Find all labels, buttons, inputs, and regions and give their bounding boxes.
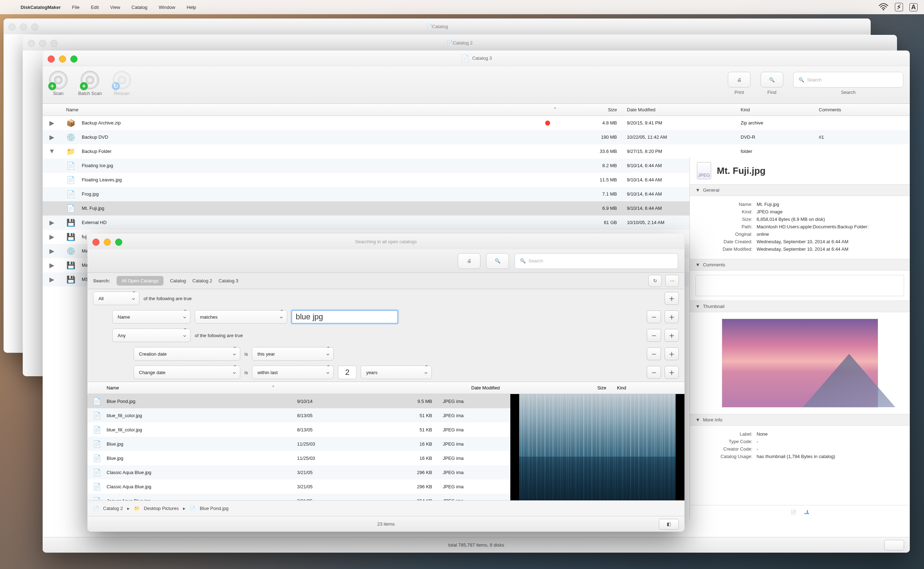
section-moreinfo[interactable]: ▼More Info (690, 414, 910, 426)
scope-catalog-3[interactable]: Catalog 3 (218, 278, 238, 283)
menu-file[interactable]: File (72, 5, 80, 10)
sort-ascending-icon: ˄ (272, 385, 275, 391)
printer-icon: 🖨 (737, 77, 742, 82)
panel-toggle-button[interactable] (884, 540, 904, 551)
battery-icon[interactable]: ⚡︎ (895, 3, 903, 11)
catalog-row[interactable]: ▶💿Backup DVD190 MB10/22/05, 11:42 AMDVD-… (42, 130, 910, 145)
search-path-bar[interactable]: 📄Catalog 2▸ 📁Desktop Pictures▸ 📄Blue Pon… (87, 501, 684, 516)
criteria-value[interactable]: within last (252, 365, 334, 379)
document-icon[interactable]: 📄 (791, 510, 797, 515)
main-status-bar: total 785,787 items, 8 disks (42, 537, 910, 553)
more-options-button[interactable]: ⋯ (665, 275, 679, 287)
search-result-row[interactable]: 📄Jaguar Aqua Blue.jpg3/21/05264 KBJPEG i… (87, 494, 510, 501)
traffic-lights[interactable] (9, 23, 38, 30)
search-status-bar: 23 items ◧ (87, 516, 684, 532)
criteria-value[interactable]: this year (252, 347, 334, 361)
remove-criterion-button[interactable]: － (647, 347, 661, 360)
wifi-icon[interactable] (878, 3, 888, 12)
search-result-row[interactable]: 📄blue_fill_color.jpg8/13/0551 KBJPEG ima (87, 408, 510, 423)
svg-point-0 (883, 9, 884, 10)
main-toolbar: + Scan + Batch Scan ↻ Rescan 🖨Print 🔍Fin… (42, 66, 910, 104)
app-menu[interactable]: DiskCatalogMaker (21, 5, 61, 10)
thumbnail-image (722, 319, 878, 408)
search-result-row[interactable]: 📄Blue.jpg11/25/0316 KBJPEG ima (87, 437, 510, 451)
menu-edit[interactable]: Edit (91, 5, 99, 10)
search-result-row[interactable]: 📄Blue Pond.jpg9/10/149.5 MBJPEG ima (87, 394, 510, 408)
info-file-name: Mt. Fuji.jpg (717, 165, 766, 176)
menu-window[interactable]: Window (159, 5, 175, 10)
search-results-header[interactable]: Name˄ Date Modified Size Kind (87, 382, 684, 394)
criteria-value-input[interactable]: blue jpg (291, 310, 398, 324)
search-result-row[interactable]: 📄Classic Aqua Blue.jpg3/21/05296 KBJPEG … (87, 479, 510, 494)
criteria-field[interactable]: Creation date (134, 347, 240, 361)
scope-catalog[interactable]: Catalog (170, 278, 186, 283)
criteria-field[interactable]: Change date (134, 365, 240, 379)
scope-label: Search: (93, 278, 110, 283)
scope-catalog-2[interactable]: Catalog 2 (192, 278, 212, 283)
section-comments[interactable]: ▼Comments (690, 259, 910, 271)
criteria-operator[interactable]: matches (195, 310, 287, 324)
add-criterion-button[interactable]: ＋ (665, 366, 679, 379)
search-scope-bar: Search: All Open Catalogs Catalog Catalo… (87, 273, 684, 289)
toolbar-scan[interactable]: + Scan (49, 71, 68, 96)
menu-catalog[interactable]: Catalog (132, 5, 147, 10)
catalog-icon: 📄 (93, 506, 99, 511)
menu-help[interactable]: Help (187, 5, 196, 10)
add-criterion-button[interactable]: ＋ (665, 292, 679, 305)
comments-textarea[interactable] (695, 275, 904, 296)
criteria-number-input[interactable]: 2 (338, 365, 357, 379)
search-window: Searching in all open catalogs 🖨 🔍 🔍Sear… (87, 234, 684, 532)
add-criterion-button[interactable]: ＋ (665, 310, 679, 323)
traffic-lights[interactable] (93, 239, 122, 246)
preview-image (519, 394, 675, 501)
window-titlebar: 📄 Catalog 3 (42, 50, 910, 66)
preview-pane: 📄 🏞 (510, 394, 684, 501)
criteria-group-mode[interactable]: Any (112, 329, 191, 342)
traffic-lights[interactable] (48, 55, 77, 62)
ellipsis-icon: ⋯ (670, 278, 675, 283)
refresh-button[interactable]: ↻ (648, 275, 662, 287)
document-icon: 📄 (461, 54, 469, 62)
catalog-column-header[interactable]: Name˄ Size Date Modified Kind Comments (42, 104, 910, 116)
search-result-row[interactable]: 📄blue_fill_color.jpg8/13/0551 KBJPEG ima (87, 423, 510, 437)
sort-ascending-icon: ˄ (554, 107, 557, 113)
remove-criterion-button[interactable]: － (647, 329, 661, 342)
toolbar-search-field[interactable]: 🔍Search (793, 72, 903, 87)
magnifier-icon: 🔍 (769, 77, 775, 82)
disclosure-triangle-icon: ▼ (695, 304, 700, 309)
criteria-root-mode[interactable]: All (93, 292, 139, 305)
traffic-lights[interactable] (28, 40, 58, 47)
panel-toggle-button[interactable]: ◧ (659, 519, 679, 529)
scope-all-catalogs[interactable]: All Open Catalogs (117, 276, 164, 286)
remove-criterion-button[interactable]: － (647, 310, 661, 323)
search-result-row[interactable]: 📄Blue.jpg11/25/0316 KBJPEG ima (87, 451, 510, 465)
search-print-button[interactable]: 🖨 (458, 253, 481, 269)
catalog-row[interactable]: ▶📦Backup Archive.zip4.8 MB9/20/15, 9:41 … (42, 116, 910, 130)
remove-criterion-button[interactable]: － (647, 366, 661, 379)
add-criterion-button[interactable]: ＋ (665, 329, 679, 342)
file-type-icon: JPEG (697, 162, 711, 179)
search-result-row[interactable]: 📄Classic Aqua Blue.jpg3/21/05296 KBJPEG … (87, 465, 510, 479)
disclosure-triangle-icon: ▼ (695, 417, 700, 423)
search-toolbar: 🖨 🔍 🔍Search (87, 249, 684, 273)
toolbar-print-button[interactable]: 🖨 (728, 72, 751, 87)
magnifier-icon: 🔍 (495, 258, 501, 263)
search-criteria: All of the following are true ＋ Name mat… (87, 289, 684, 382)
toolbar-rescan[interactable]: ↻ Rescan (113, 71, 131, 96)
section-general[interactable]: ▼General (690, 184, 910, 196)
section-thumbnail[interactable]: ▼Thumbnail (690, 301, 910, 312)
refresh-icon: ↻ (653, 278, 657, 283)
user-menu-icon[interactable]: A (909, 3, 918, 11)
toolbar-batch-scan[interactable]: + Batch Scan (78, 71, 102, 96)
menu-view[interactable]: View (110, 5, 120, 10)
image-icon[interactable]: 🏞 (804, 510, 809, 515)
toolbar-find-button[interactable]: 🔍 (760, 72, 783, 87)
search-find-button[interactable]: 🔍 (486, 253, 509, 269)
add-criterion-button[interactable]: ＋ (665, 347, 679, 360)
search-window-titlebar: Searching in all open catalogs (87, 234, 684, 249)
info-panel: JPEG Mt. Fuji.jpg ▼General Name:Mt. Fuji… (689, 157, 910, 519)
criteria-field[interactable]: Name (112, 310, 191, 324)
catalog-row[interactable]: ▼📁Backup Folder33.6 MB9/27/15, 8:20 PMfo… (42, 145, 910, 158)
search-field[interactable]: 🔍Search (514, 253, 678, 269)
criteria-unit[interactable]: years (361, 365, 432, 379)
